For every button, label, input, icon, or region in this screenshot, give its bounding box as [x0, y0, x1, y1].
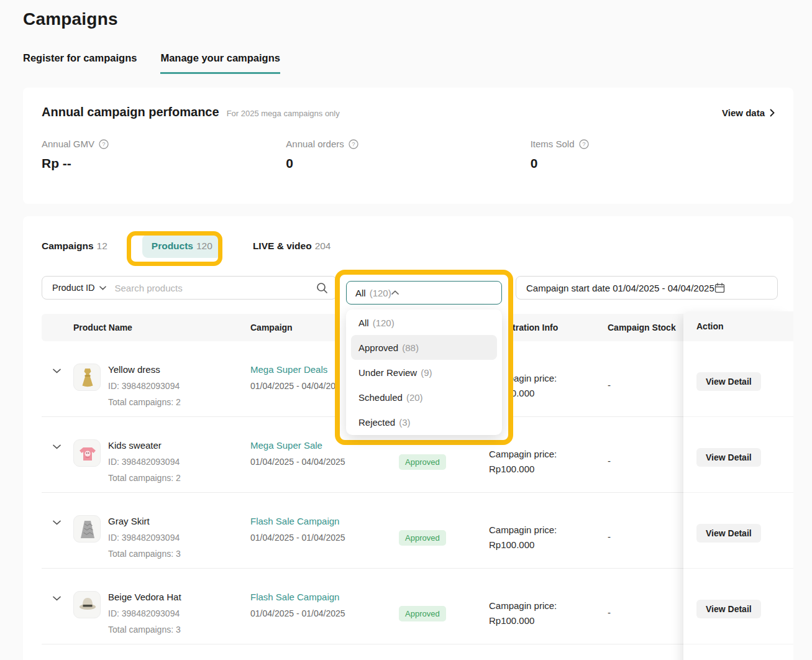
- campaign-dates: 01/04/2025 - 04/04/2025: [250, 456, 399, 468]
- metric-label: Annual orders: [286, 139, 344, 149]
- campaign-link[interactable]: Flash Sale Campaign: [250, 515, 399, 528]
- chevron-right-icon: [770, 109, 775, 117]
- option-label: Scheduled: [358, 392, 403, 403]
- view-detail-button[interactable]: View Detail: [696, 372, 761, 391]
- annual-performance-card: Annual campaign perfomance For 2025 mega…: [23, 88, 793, 204]
- option-count: (120): [373, 318, 395, 328]
- campaign-price-value: Rp100.000: [489, 538, 608, 552]
- option-count: (88): [402, 342, 419, 353]
- status-badge: Approved: [399, 530, 446, 546]
- svg-text:?: ?: [352, 140, 355, 147]
- product-id: ID: 398482093094: [108, 607, 181, 620]
- chevron-down-icon: [53, 596, 61, 601]
- table-row: Beige Vedora Hat ID: 398482093094 Total …: [42, 569, 775, 644]
- status-filter-select[interactable]: All (120): [346, 281, 502, 305]
- campaign-stock-value: -: [608, 493, 684, 568]
- campaign-date-range-picker[interactable]: Campaign start date 01/04/2025 - 04/04/2…: [516, 276, 778, 300]
- option-count: (9): [421, 367, 432, 378]
- selected-status-label: All: [355, 288, 366, 298]
- chevron-up-icon: [391, 290, 399, 295]
- status-option-all[interactable]: All (120): [346, 310, 502, 335]
- expand-row-button[interactable]: [42, 493, 73, 568]
- campaign-stock-value: -: [608, 341, 684, 416]
- selected-status-count: (120): [370, 288, 391, 298]
- svg-text:?: ?: [102, 140, 105, 147]
- status-option-approved[interactable]: Approved (88): [351, 335, 497, 360]
- search-icon[interactable]: [316, 282, 328, 294]
- campaign-price-label: Campagin price:: [489, 447, 608, 462]
- tab-label: LIVE & video: [253, 241, 312, 252]
- metric-value: 0: [531, 156, 775, 171]
- chevron-down-icon: [99, 286, 106, 290]
- metric-items-sold: Items Sold ? 0: [531, 139, 775, 171]
- metric-annual-gmv: Annual GMV ? Rp --: [42, 139, 286, 171]
- expand-row-button[interactable]: [42, 417, 73, 492]
- campaign-dates: 01/04/2025 - 01/04/2025: [250, 531, 399, 544]
- tab-campaigns[interactable]: Campaigns 12: [42, 241, 107, 252]
- help-icon[interactable]: ?: [349, 139, 358, 149]
- campaign-price-value: Rp100.000: [489, 613, 608, 628]
- campaign-price-label: Campagin price:: [489, 598, 608, 613]
- svg-text:?: ?: [582, 140, 585, 147]
- status-option-under-review[interactable]: Under Review (9): [346, 360, 502, 385]
- header-action: Action: [683, 311, 793, 341]
- product-total-campaigns: Total campaigns: 2: [108, 396, 181, 408]
- product-id: ID: 398482093094: [108, 456, 181, 468]
- chevron-down-icon: [53, 444, 61, 449]
- page-title: Campaigns: [23, 0, 793, 29]
- product-total-campaigns: Total campaigns: 3: [108, 548, 181, 560]
- product-image-yellow-dress: [73, 364, 101, 391]
- product-id: ID: 398482093094: [108, 531, 181, 544]
- product-image-kids-sweater: [73, 439, 101, 467]
- metric-value: 0: [286, 156, 530, 171]
- performance-subtitle: For 2025 mega campaigns only: [227, 109, 340, 118]
- campaign-price-value: Rp100.000: [489, 462, 608, 477]
- tab-label: Campaigns: [42, 241, 94, 252]
- metric-annual-orders: Annual orders ? 0: [286, 139, 530, 171]
- chevron-down-icon: [53, 520, 61, 525]
- tab-live-video[interactable]: LIVE & video 204: [253, 241, 331, 252]
- status-option-rejected[interactable]: Rejected (3): [346, 410, 502, 434]
- header-campaign-stock: Campaign Stock: [608, 323, 684, 332]
- product-name: Yellow dress: [108, 363, 181, 376]
- status-badge: Approved: [399, 606, 446, 621]
- product-name: Gray Skirt: [108, 515, 181, 528]
- status-filter-dropdown: All (120) Approved (88) Under Review (9)…: [346, 309, 502, 435]
- view-detail-button[interactable]: View Detail: [696, 524, 761, 543]
- view-detail-button[interactable]: View Detail: [696, 600, 761, 618]
- metric-label: Items Sold: [531, 139, 575, 149]
- status-badge: Approved: [399, 454, 446, 470]
- campaign-dates: 01/04/2025 - 01/04/2025: [250, 607, 399, 620]
- campaign-price-label: Campagin price:: [489, 523, 608, 538]
- product-image-gray-skirt: [73, 515, 101, 543]
- help-icon[interactable]: ?: [579, 139, 589, 149]
- view-detail-button[interactable]: View Detail: [696, 448, 761, 467]
- product-id: ID: 398482093094: [108, 380, 181, 392]
- action-column-panel: Action View Detail View Detail View Deta…: [683, 311, 793, 660]
- product-name: Kids sweater: [108, 439, 181, 452]
- calendar-icon: [714, 283, 725, 293]
- expand-row-button[interactable]: [42, 341, 73, 416]
- tab-manage-your-campaigns[interactable]: Manage your campaigns: [160, 52, 280, 74]
- status-option-scheduled[interactable]: Scheduled (20): [346, 385, 502, 410]
- product-total-campaigns: Total campaigns: 2: [108, 472, 181, 484]
- top-tab-bar: Register for campaigns Manage your campa…: [23, 52, 793, 74]
- search-type-dropdown[interactable]: Product ID: [52, 283, 106, 293]
- performance-title: Annual campaign perfomance: [42, 105, 219, 119]
- tab-register-for-campaigns[interactable]: Register for campaigns: [23, 52, 137, 74]
- tab-label: Products: [152, 241, 193, 252]
- tab-products[interactable]: Products 120: [142, 234, 222, 258]
- option-label: Rejected: [358, 417, 395, 428]
- help-icon[interactable]: ?: [99, 139, 109, 149]
- campaign-stock-value: -: [608, 569, 684, 644]
- expand-row-button[interactable]: [42, 569, 73, 644]
- metric-value: Rp --: [42, 156, 286, 171]
- date-range-text: Campaign start date 01/04/2025 - 04/04/2…: [526, 283, 714, 293]
- product-name: Beige Vedora Hat: [108, 590, 181, 603]
- view-data-link[interactable]: View data: [722, 108, 775, 118]
- metrics-row: Annual GMV ? Rp -- Annual orders ? 0: [42, 139, 775, 171]
- product-image-beige-fedora-hat: [73, 591, 101, 618]
- search-input[interactable]: [115, 283, 317, 293]
- list-tab-bar: Campaigns 12 Products 120 LIVE & video 2…: [42, 234, 775, 259]
- campaign-link[interactable]: Flash Sale Campaign: [250, 590, 399, 604]
